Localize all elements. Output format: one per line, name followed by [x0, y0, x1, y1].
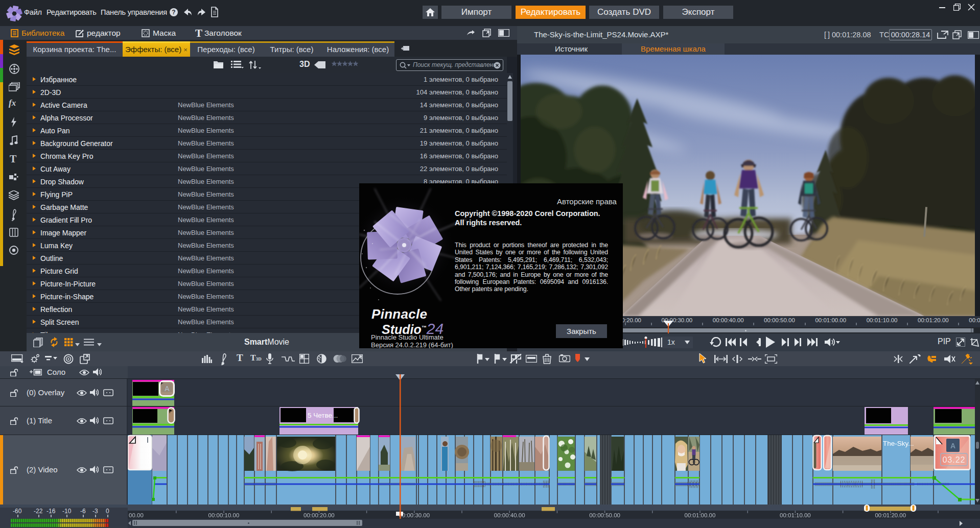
svg-text:03.22: 03.22: [942, 455, 965, 464]
svg-text:00.00: 00.00: [129, 512, 144, 518]
svg-text:A: A: [165, 385, 170, 393]
svg-text:A: A: [950, 442, 955, 450]
svg-text:5 Четве...: 5 Четве...: [308, 412, 338, 419]
svg-text:The-Sky...: The-Sky...: [883, 440, 914, 447]
svg-text:?: ?: [172, 9, 175, 16]
